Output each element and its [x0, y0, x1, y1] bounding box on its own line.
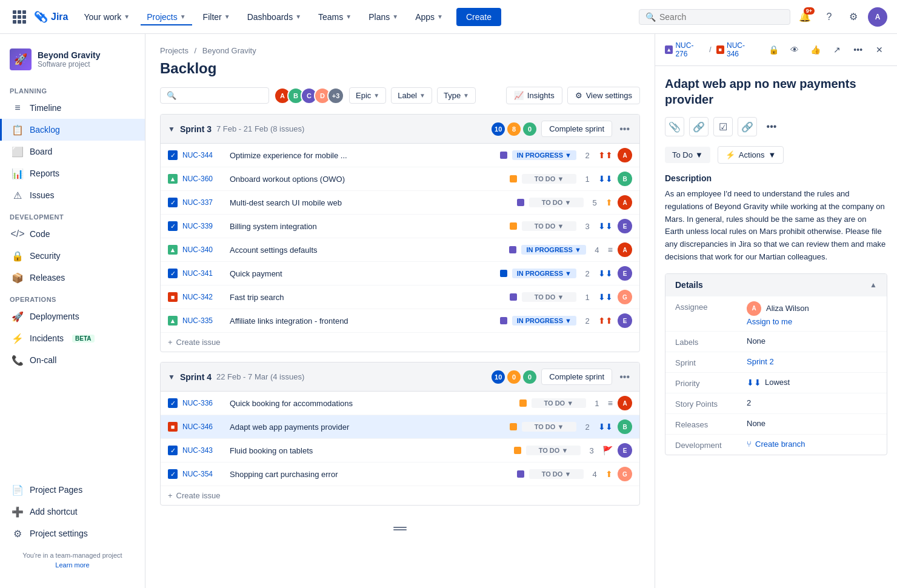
issue-key[interactable]: NUC-346 [182, 423, 225, 431]
jira-logo[interactable]: Jira [34, 10, 68, 24]
table-row[interactable]: ■ NUC-342 Fast trip search TO DO ▼ 1 ⬇⬇ … [161, 286, 639, 309]
issue-key[interactable]: NUC-340 [182, 246, 225, 254]
sidebar-item-incidents[interactable]: ⚡ Incidents BETA [0, 327, 145, 349]
issue-status[interactable]: IN PROGRESS ▼ [512, 316, 576, 326]
sidebar-item-board[interactable]: ⬜ Board [0, 141, 145, 162]
panel-close-button[interactable]: ✕ [871, 41, 887, 58]
apps-grid-button[interactable] [10, 7, 29, 27]
label-filter-button[interactable]: Label ▼ [391, 87, 432, 104]
issue-key[interactable]: NUC-342 [182, 293, 225, 301]
sidebar-item-releases[interactable]: 📦 Releases [0, 267, 145, 289]
sidebar-item-backlog[interactable]: 📋 Backlog [0, 119, 145, 141]
panel-watch-button[interactable]: 👁 [787, 41, 803, 58]
panel-lock-button[interactable]: 🔒 [765, 41, 782, 58]
sprint4-more-button[interactable]: ••• [617, 370, 632, 384]
filter-nav[interactable]: Filter▼ [197, 8, 236, 25]
sidebar-item-project-settings[interactable]: ⚙ Project settings [0, 523, 145, 544]
sidebar-item-deployments[interactable]: 🚀 Deployments [0, 306, 145, 327]
type-filter-button[interactable]: Type ▼ [437, 87, 476, 104]
plans-nav[interactable]: Plans▼ [362, 8, 404, 25]
avatar-extra-count[interactable]: +3 [327, 87, 344, 104]
settings-button[interactable]: ⚙ [844, 7, 863, 27]
issue-status[interactable]: TO DO ▼ [522, 292, 576, 302]
epic-filter-button[interactable]: Epic ▼ [349, 87, 386, 104]
sidebar-project-header[interactable]: 🚀 Beyond Gravity Software project [0, 44, 145, 80]
apps-nav[interactable]: Apps▼ [409, 8, 449, 25]
backlog-search-input[interactable] [180, 91, 262, 100]
issue-key[interactable]: NUC-343 [182, 446, 225, 455]
notifications-button[interactable]: 🔔 9+ [795, 7, 815, 27]
sprint3-create-issue[interactable]: + Create issue [161, 333, 639, 352]
issue-status[interactable]: TO DO ▼ [526, 446, 581, 455]
panel-thumbsup-button[interactable]: 👍 [808, 41, 824, 58]
panel-issue-key-link[interactable]: ■ NUC-346 [716, 41, 756, 58]
sidebar-item-project-pages[interactable]: 📄 Project Pages [0, 479, 145, 501]
issue-status[interactable]: TO DO ▼ [522, 221, 576, 231]
panel-checklist-button[interactable]: ☑ [713, 117, 733, 136]
panel-attachment-button[interactable]: 📎 [665, 117, 684, 136]
create-button[interactable]: Create [456, 8, 501, 26]
search-input[interactable] [659, 12, 784, 22]
panel-share-button[interactable]: ↗ [829, 41, 845, 58]
issue-key[interactable]: NUC-335 [182, 316, 225, 325]
table-row[interactable]: ✓ NUC-341 Quick payment IN PROGRESS ▼ 2 … [161, 262, 639, 286]
issue-key[interactable]: NUC-336 [182, 399, 225, 407]
table-row[interactable]: ▲ NUC-335 Affiliate links integration - … [161, 309, 639, 333]
issue-status[interactable]: IN PROGRESS ▼ [521, 245, 585, 255]
breadcrumb-projects-link[interactable]: Projects [160, 46, 188, 55]
panel-actions-button[interactable]: ⚡ Actions ▼ [718, 146, 784, 164]
sidebar-item-issues[interactable]: ⚠ Issues [0, 184, 145, 206]
insights-button[interactable]: 📈 Insights [506, 87, 562, 104]
sidebar-item-add-shortcut[interactable]: ➕ Add shortcut [0, 501, 145, 523]
panel-link-button[interactable]: 🔗 [738, 117, 757, 136]
issue-key[interactable]: NUC-344 [182, 151, 225, 159]
projects-nav[interactable]: Projects▼ [141, 8, 192, 25]
table-row[interactable]: ■ NUC-346 Adapt web app payments provide… [161, 415, 639, 439]
sprint4-complete-button[interactable]: Complete sprint [541, 369, 612, 385]
sidebar-item-security[interactable]: 🔒 Security [0, 245, 145, 267]
sprint-value[interactable]: Sprint 2 [747, 357, 774, 366]
sidebar-item-reports[interactable]: 📊 Reports [0, 162, 145, 184]
sprint3-toggle[interactable]: ▼ [168, 125, 175, 133]
view-settings-button[interactable]: ⚙ View settings [567, 87, 640, 104]
sprint4-create-issue[interactable]: + Create issue [161, 486, 639, 505]
learn-more-link[interactable]: Learn more [0, 561, 145, 573]
table-row[interactable]: ✓ NUC-343 Fluid booking on tablets TO DO… [161, 439, 639, 463]
issue-status[interactable]: TO DO ▼ [522, 174, 576, 184]
panel-link-structure-button[interactable]: 🔗 [689, 117, 709, 136]
help-button[interactable]: ? [819, 7, 839, 27]
issue-key[interactable]: NUC-360 [182, 175, 225, 183]
sidebar-item-code[interactable]: </> Code [0, 223, 145, 245]
breadcrumb-project-link[interactable]: Beyond Gravity [202, 46, 256, 55]
sidebar-item-timeline[interactable]: ≡ Timeline [0, 97, 145, 119]
table-row[interactable]: ✓ NUC-339 Billing system integration TO … [161, 215, 639, 238]
details-header[interactable]: Details ▲ [665, 274, 887, 296]
table-row[interactable]: ✓ NUC-336 Quick booking for accommodatio… [161, 392, 639, 415]
issue-key[interactable]: NUC-337 [182, 198, 225, 207]
table-row[interactable]: ✓ NUC-337 Multi-dest search UI mobile we… [161, 191, 639, 215]
panel-parent-issue-link[interactable]: ▲ NUC-276 [665, 41, 704, 58]
teams-nav[interactable]: Teams▼ [312, 8, 358, 25]
issue-status[interactable]: TO DO ▼ [529, 198, 584, 207]
sidebar-item-oncall[interactable]: 📞 On-call [0, 349, 145, 371]
table-row[interactable]: ▲ NUC-340 Account settings defaults IN P… [161, 238, 639, 262]
user-avatar[interactable]: A [868, 7, 887, 27]
your-work-nav[interactable]: Your work▼ [78, 8, 136, 25]
sprint3-more-button[interactable]: ••• [617, 122, 632, 136]
issue-status[interactable]: IN PROGRESS ▼ [512, 150, 576, 160]
panel-more-button[interactable]: ••• [850, 41, 866, 58]
panel-more-actions-button[interactable]: ••• [762, 117, 781, 136]
panel-status-button[interactable]: To Do ▼ [665, 147, 710, 163]
issue-key[interactable]: NUC-339 [182, 222, 225, 230]
issue-status[interactable]: IN PROGRESS ▼ [512, 269, 576, 278]
sprint3-complete-button[interactable]: Complete sprint [541, 121, 612, 137]
table-row[interactable]: ✓ NUC-344 Optimize experience for mobile… [161, 144, 639, 167]
resize-handle[interactable] [160, 515, 640, 542]
issue-status[interactable]: TO DO ▼ [529, 469, 584, 479]
create-branch-link[interactable]: ⑂ Create branch [747, 439, 805, 449]
issue-key[interactable]: NUC-354 [182, 470, 225, 478]
issue-key[interactable]: NUC-341 [182, 269, 225, 278]
issue-status[interactable]: TO DO ▼ [532, 398, 586, 408]
assign-to-me-link[interactable]: Assign to me [747, 317, 809, 326]
sprint4-toggle[interactable]: ▼ [168, 373, 175, 381]
